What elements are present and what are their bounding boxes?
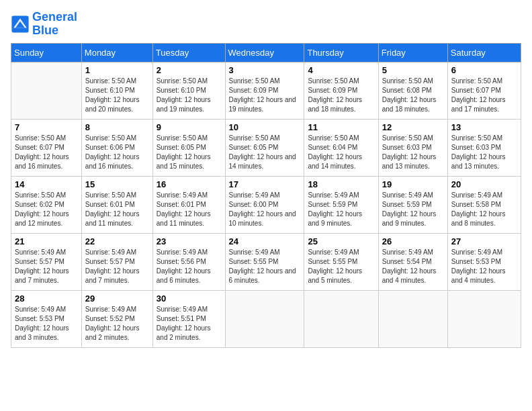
day-info: Sunrise: 5:49 AMSunset: 5:52 PMDaylight:…	[85, 305, 149, 342]
calendar-cell: 24Sunrise: 5:49 AMSunset: 5:55 PMDayligh…	[225, 233, 304, 290]
day-number: 17	[229, 179, 301, 189]
calendar-cell	[378, 290, 447, 347]
calendar-table: SundayMondayTuesdayWednesdayThursdayFrid…	[11, 43, 521, 348]
day-info: Sunrise: 5:50 AMSunset: 6:04 PMDaylight:…	[308, 134, 374, 171]
calendar-cell: 30Sunrise: 5:49 AMSunset: 5:51 PMDayligh…	[152, 290, 225, 347]
day-info: Sunrise: 5:49 AMSunset: 6:00 PMDaylight:…	[229, 191, 301, 228]
day-number: 8	[85, 122, 149, 132]
day-info: Sunrise: 5:50 AMSunset: 6:03 PMDaylight:…	[382, 134, 444, 171]
day-info: Sunrise: 5:50 AMSunset: 6:10 PMDaylight:…	[85, 77, 149, 114]
day-number: 24	[229, 236, 301, 246]
day-info: Sunrise: 5:49 AMSunset: 5:57 PMDaylight:…	[15, 248, 78, 285]
week-row-0: 1Sunrise: 5:50 AMSunset: 6:10 PMDaylight…	[11, 62, 521, 119]
calendar-cell: 18Sunrise: 5:49 AMSunset: 5:59 PMDayligh…	[304, 176, 378, 233]
day-info: Sunrise: 5:49 AMSunset: 5:58 PMDaylight:…	[451, 191, 517, 228]
day-number: 6	[451, 65, 517, 75]
calendar-cell	[225, 290, 304, 347]
day-number: 28	[15, 293, 78, 304]
day-info: Sunrise: 5:50 AMSunset: 6:02 PMDaylight:…	[15, 191, 78, 228]
header-day-friday: Friday	[378, 43, 447, 62]
day-number: 19	[382, 179, 444, 189]
header-day-thursday: Thursday	[304, 43, 378, 62]
day-number: 5	[382, 65, 444, 75]
calendar-cell: 17Sunrise: 5:49 AMSunset: 6:00 PMDayligh…	[225, 176, 304, 233]
calendar-cell: 14Sunrise: 5:50 AMSunset: 6:02 PMDayligh…	[11, 176, 82, 233]
day-number: 29	[85, 293, 149, 304]
day-number: 27	[451, 236, 517, 246]
day-info: Sunrise: 5:50 AMSunset: 6:05 PMDaylight:…	[229, 134, 301, 171]
days-header-row: SundayMondayTuesdayWednesdayThursdayFrid…	[11, 43, 521, 62]
day-number: 22	[85, 236, 149, 246]
day-number: 18	[308, 179, 374, 189]
calendar-cell: 6Sunrise: 5:50 AMSunset: 6:07 PMDaylight…	[447, 62, 521, 119]
calendar-cell: 13Sunrise: 5:50 AMSunset: 6:03 PMDayligh…	[447, 119, 521, 176]
week-row-2: 14Sunrise: 5:50 AMSunset: 6:02 PMDayligh…	[11, 176, 521, 233]
day-number: 12	[382, 122, 444, 132]
header-day-tuesday: Tuesday	[152, 43, 225, 62]
day-number: 1	[85, 65, 149, 75]
week-row-3: 21Sunrise: 5:49 AMSunset: 5:57 PMDayligh…	[11, 233, 521, 290]
logo-icon	[11, 15, 30, 34]
day-number: 11	[308, 122, 374, 132]
header-day-wednesday: Wednesday	[225, 43, 304, 62]
calendar-cell: 2Sunrise: 5:50 AMSunset: 6:10 PMDaylight…	[152, 62, 225, 119]
day-number: 21	[15, 236, 78, 246]
calendar-cell: 25Sunrise: 5:49 AMSunset: 5:55 PMDayligh…	[304, 233, 378, 290]
calendar-cell: 29Sunrise: 5:49 AMSunset: 5:52 PMDayligh…	[81, 290, 152, 347]
day-info: Sunrise: 5:49 AMSunset: 5:55 PMDaylight:…	[308, 248, 374, 285]
day-info: Sunrise: 5:50 AMSunset: 6:06 PMDaylight:…	[85, 134, 149, 171]
day-number: 25	[308, 236, 374, 246]
day-number: 16	[157, 179, 222, 189]
calendar-cell: 9Sunrise: 5:50 AMSunset: 6:05 PMDaylight…	[152, 119, 225, 176]
day-info: Sunrise: 5:49 AMSunset: 5:51 PMDaylight:…	[157, 305, 222, 342]
calendar-cell: 4Sunrise: 5:50 AMSunset: 6:09 PMDaylight…	[304, 62, 378, 119]
header-day-monday: Monday	[81, 43, 152, 62]
calendar-cell: 3Sunrise: 5:50 AMSunset: 6:09 PMDaylight…	[225, 62, 304, 119]
day-number: 15	[85, 179, 149, 189]
day-number: 9	[157, 122, 222, 132]
day-info: Sunrise: 5:49 AMSunset: 5:56 PMDaylight:…	[157, 248, 222, 285]
calendar-cell: 8Sunrise: 5:50 AMSunset: 6:06 PMDaylight…	[81, 119, 152, 176]
day-info: Sunrise: 5:49 AMSunset: 5:54 PMDaylight:…	[382, 248, 444, 285]
day-info: Sunrise: 5:49 AMSunset: 5:55 PMDaylight:…	[229, 248, 301, 285]
day-number: 30	[157, 293, 222, 304]
calendar-cell: 22Sunrise: 5:49 AMSunset: 5:57 PMDayligh…	[81, 233, 152, 290]
calendar-cell: 10Sunrise: 5:50 AMSunset: 6:05 PMDayligh…	[225, 119, 304, 176]
calendar-cell	[304, 290, 378, 347]
day-info: Sunrise: 5:50 AMSunset: 6:05 PMDaylight:…	[157, 134, 222, 171]
calendar-cell: 11Sunrise: 5:50 AMSunset: 6:04 PMDayligh…	[304, 119, 378, 176]
day-number: 20	[451, 179, 517, 189]
day-info: Sunrise: 5:49 AMSunset: 5:53 PMDaylight:…	[451, 248, 517, 285]
day-info: Sunrise: 5:50 AMSunset: 6:07 PMDaylight:…	[15, 134, 78, 171]
calendar-cell: 28Sunrise: 5:49 AMSunset: 5:53 PMDayligh…	[11, 290, 82, 347]
day-number: 14	[15, 179, 78, 189]
day-number: 13	[451, 122, 517, 132]
day-info: Sunrise: 5:50 AMSunset: 6:07 PMDaylight:…	[451, 77, 517, 114]
week-row-1: 7Sunrise: 5:50 AMSunset: 6:07 PMDaylight…	[11, 119, 521, 176]
header: General Blue	[11, 11, 521, 38]
day-number: 3	[229, 65, 301, 75]
calendar-cell	[447, 290, 521, 347]
day-number: 4	[308, 65, 374, 75]
header-day-sunday: Sunday	[11, 43, 82, 62]
day-info: Sunrise: 5:50 AMSunset: 6:08 PMDaylight:…	[382, 77, 444, 114]
day-number: 2	[157, 65, 222, 75]
day-info: Sunrise: 5:50 AMSunset: 6:09 PMDaylight:…	[308, 77, 374, 114]
day-number: 10	[229, 122, 301, 132]
logo: General Blue	[11, 11, 77, 38]
day-info: Sunrise: 5:50 AMSunset: 6:10 PMDaylight:…	[157, 77, 222, 114]
week-row-4: 28Sunrise: 5:49 AMSunset: 5:53 PMDayligh…	[11, 290, 521, 347]
calendar-cell: 27Sunrise: 5:49 AMSunset: 5:53 PMDayligh…	[447, 233, 521, 290]
day-info: Sunrise: 5:50 AMSunset: 6:09 PMDaylight:…	[229, 77, 301, 114]
calendar-cell: 26Sunrise: 5:49 AMSunset: 5:54 PMDayligh…	[378, 233, 447, 290]
day-info: Sunrise: 5:49 AMSunset: 6:01 PMDaylight:…	[157, 191, 222, 228]
calendar-cell	[11, 62, 82, 119]
day-number: 26	[382, 236, 444, 246]
calendar-cell: 23Sunrise: 5:49 AMSunset: 5:56 PMDayligh…	[152, 233, 225, 290]
day-number: 7	[15, 122, 78, 132]
calendar-cell: 15Sunrise: 5:50 AMSunset: 6:01 PMDayligh…	[81, 176, 152, 233]
calendar-cell: 21Sunrise: 5:49 AMSunset: 5:57 PMDayligh…	[11, 233, 82, 290]
calendar-cell: 5Sunrise: 5:50 AMSunset: 6:08 PMDaylight…	[378, 62, 447, 119]
day-info: Sunrise: 5:49 AMSunset: 5:59 PMDaylight:…	[382, 191, 444, 228]
calendar-cell: 20Sunrise: 5:49 AMSunset: 5:58 PMDayligh…	[447, 176, 521, 233]
